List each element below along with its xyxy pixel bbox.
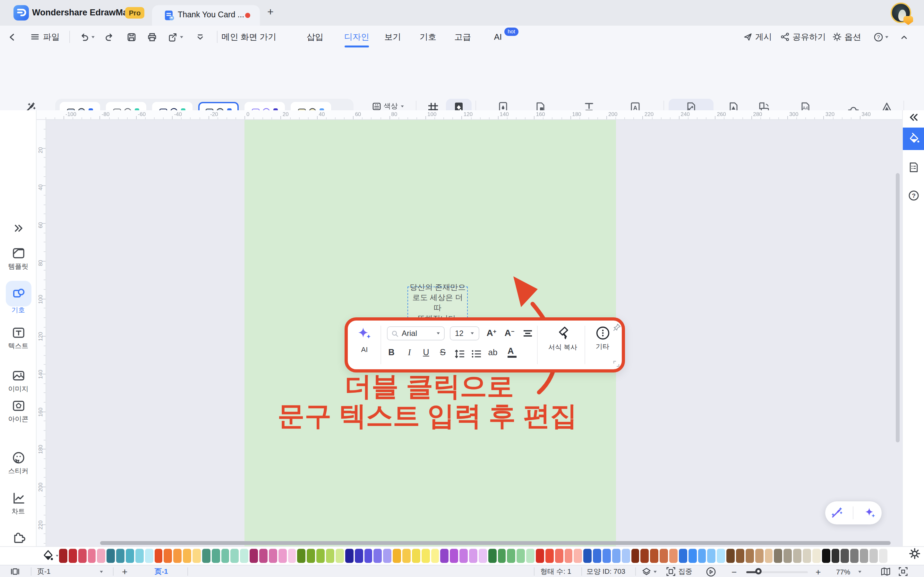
color-swatch[interactable] <box>507 549 515 563</box>
menu-item-view[interactable]: 보기 <box>384 26 401 48</box>
color-swatch[interactable] <box>145 549 153 563</box>
color-swatch[interactable] <box>421 549 430 563</box>
line-spacing-button[interactable] <box>454 350 465 358</box>
sidebar-item-text[interactable]: 텍스트 <box>0 326 37 351</box>
font-color-button[interactable]: A <box>507 346 517 358</box>
menu-item-home[interactable]: 메인 화면 가기 <box>222 26 276 48</box>
fill-color-button[interactable] <box>42 550 59 562</box>
new-tab-button[interactable]: + <box>265 7 276 18</box>
color-swatch[interactable] <box>383 549 391 563</box>
color-swatch[interactable] <box>364 549 373 563</box>
help-button[interactable]: ? <box>871 26 891 48</box>
color-swatch[interactable] <box>831 549 840 563</box>
color-swatch[interactable] <box>736 549 744 563</box>
color-swatch[interactable] <box>860 549 868 563</box>
color-swatch[interactable] <box>441 549 449 563</box>
menu-item-insert[interactable]: 삽입 <box>307 26 323 48</box>
color-swatch[interactable] <box>564 549 573 563</box>
color-swatch[interactable] <box>374 549 382 563</box>
back-button[interactable] <box>5 26 19 48</box>
font-family-select[interactable]: Arial <box>387 326 445 340</box>
list-button[interactable] <box>471 350 482 358</box>
color-swatch[interactable] <box>746 549 754 563</box>
ai-sparkle-button[interactable] <box>864 506 877 519</box>
increase-font-button[interactable]: A+ <box>487 327 497 338</box>
sidebar-item-symbols[interactable]: 기호 <box>0 287 37 315</box>
italic-button[interactable]: I <box>408 348 411 358</box>
add-page-button[interactable]: + <box>122 566 128 577</box>
color-swatch[interactable] <box>708 549 716 563</box>
minimap-button[interactable] <box>880 566 891 577</box>
color-swatch[interactable] <box>879 549 887 563</box>
color-swatch[interactable] <box>69 549 77 563</box>
color-swatch[interactable] <box>345 549 354 563</box>
rightbar-notes-button[interactable] <box>903 161 924 173</box>
rightbar-fill-panel-button[interactable] <box>903 127 924 150</box>
presentation-button[interactable] <box>706 566 716 577</box>
magic-wand-button[interactable] <box>830 506 843 519</box>
color-swatch[interactable] <box>192 549 201 563</box>
sidebar-item-charts[interactable]: 차트 <box>0 491 37 516</box>
collapse-toolbar-button[interactable] <box>192 26 208 48</box>
color-swatch[interactable] <box>459 549 468 563</box>
color-swatch[interactable] <box>869 549 878 563</box>
color-swatch[interactable] <box>164 549 172 563</box>
color-swatch[interactable] <box>402 549 411 563</box>
color-swatch[interactable] <box>221 549 229 563</box>
vertical-scrollbar[interactable] <box>896 173 900 442</box>
color-swatch[interactable] <box>822 549 830 563</box>
color-swatch[interactable] <box>669 549 678 563</box>
menu-item-symbol[interactable]: 기호 <box>420 26 436 48</box>
zoom-slider-knob[interactable] <box>755 568 762 574</box>
ai-button[interactable]: AI <box>355 326 373 353</box>
font-size-select[interactable]: 12 <box>450 326 479 340</box>
color-swatch[interactable] <box>317 549 325 563</box>
color-swatch[interactable] <box>679 549 687 563</box>
color-swatch[interactable] <box>259 549 268 563</box>
rightbar-help-button[interactable]: ? <box>903 190 924 201</box>
color-swatch[interactable] <box>536 549 544 563</box>
color-swatch[interactable] <box>269 549 277 563</box>
underline-button[interactable]: U <box>423 348 429 357</box>
pin-icon[interactable] <box>613 323 621 332</box>
palette-settings-button[interactable] <box>909 548 921 560</box>
sidebar-collapse-button[interactable] <box>0 223 37 234</box>
color-swatch[interactable] <box>97 549 105 563</box>
canvas[interactable]: 더블 클릭으로 문구 텍스트 입력 후 편집 당신의 존재만으 로도 세상은 더… <box>46 120 902 546</box>
color-swatch[interactable] <box>698 549 706 563</box>
color-swatch[interactable] <box>87 549 96 563</box>
share-button[interactable]: 공유하기 <box>780 26 826 48</box>
color-swatch[interactable] <box>517 549 525 563</box>
strikethrough-button[interactable]: S <box>440 348 446 357</box>
color-swatch[interactable] <box>813 549 821 563</box>
fullscreen-button[interactable] <box>898 566 908 577</box>
format-painter-button[interactable]: 서식 복사 <box>542 326 583 352</box>
color-swatch[interactable] <box>393 549 401 563</box>
pages-overview-button[interactable] <box>10 566 20 577</box>
color-swatch[interactable] <box>660 549 668 563</box>
print-button[interactable] <box>145 26 159 48</box>
collapse-ribbon-button[interactable] <box>897 26 911 48</box>
color-swatch[interactable] <box>603 549 611 563</box>
color-swatch[interactable] <box>688 549 696 563</box>
menu-item-advanced[interactable]: 고급 <box>454 26 471 48</box>
document-tab[interactable]: Thank You Card ... <box>152 5 260 26</box>
color-swatch[interactable] <box>631 549 640 563</box>
color-swatch[interactable] <box>183 549 191 563</box>
sidebar-item-icons[interactable]: 아이콘 <box>0 399 37 424</box>
publish-button[interactable]: 게시 <box>743 26 772 48</box>
color-swatch[interactable] <box>498 549 506 563</box>
color-swatch[interactable] <box>126 549 134 563</box>
color-swatch[interactable] <box>774 549 782 563</box>
color-swatch[interactable] <box>717 549 725 563</box>
rightbar-collapse-button[interactable] <box>903 112 924 122</box>
spell-check-button[interactable]: ab <box>488 348 498 357</box>
color-swatch[interactable] <box>641 549 649 563</box>
resize-handle[interactable] <box>613 360 620 367</box>
color-swatch[interactable] <box>288 549 296 563</box>
color-swatch[interactable] <box>622 549 630 563</box>
color-swatch[interactable] <box>764 549 773 563</box>
color-swatch[interactable] <box>488 549 496 563</box>
color-swatch[interactable] <box>851 549 859 563</box>
color-swatch[interactable] <box>59 549 67 563</box>
